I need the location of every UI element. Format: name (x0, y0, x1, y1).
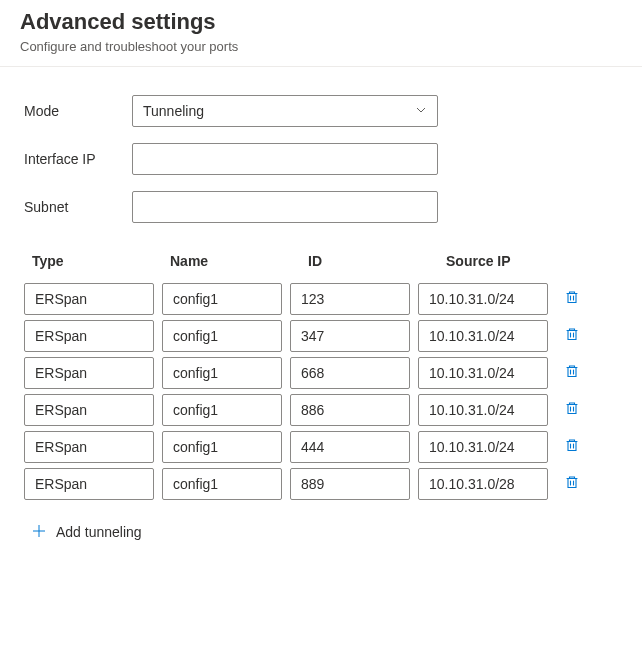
row-name-input[interactable] (162, 357, 282, 389)
subnet-row: Subnet (24, 191, 618, 223)
trash-icon (564, 400, 580, 419)
row-id-input[interactable] (290, 283, 410, 315)
row-type-input[interactable] (24, 394, 154, 426)
row-id-input[interactable] (290, 431, 410, 463)
add-tunneling-label: Add tunneling (56, 524, 142, 540)
mode-row: Mode Tunneling (24, 95, 618, 127)
trash-icon (564, 363, 580, 382)
row-source-input[interactable] (418, 357, 548, 389)
interface-ip-row: Interface IP (24, 143, 618, 175)
mode-dropdown[interactable]: Tunneling (132, 95, 438, 127)
row-name-input[interactable] (162, 468, 282, 500)
page-title: Advanced settings (20, 8, 622, 37)
page-subtitle: Configure and troubleshoot your ports (20, 39, 622, 54)
trash-icon (564, 326, 580, 345)
table-row (24, 431, 618, 463)
table-row (24, 283, 618, 315)
interface-ip-input[interactable] (132, 143, 438, 175)
row-name-input[interactable] (162, 320, 282, 352)
table-header-row: Type Name ID Source IP (24, 253, 618, 279)
mode-label: Mode (24, 103, 132, 119)
mode-value: Tunneling (143, 103, 204, 119)
header-name: Name (162, 253, 300, 269)
delete-row-button[interactable] (556, 468, 588, 500)
row-name-input[interactable] (162, 394, 282, 426)
row-name-input[interactable] (162, 431, 282, 463)
table-row (24, 468, 618, 500)
content-area: Mode Tunneling Interface IP Subnet Type … (0, 67, 642, 561)
trash-icon (564, 474, 580, 493)
row-source-input[interactable] (418, 394, 548, 426)
row-source-input[interactable] (418, 468, 548, 500)
header-source: Source IP (438, 253, 576, 269)
delete-row-button[interactable] (556, 431, 588, 463)
row-id-input[interactable] (290, 394, 410, 426)
trash-icon (564, 437, 580, 456)
delete-row-button[interactable] (556, 394, 588, 426)
plus-icon (32, 524, 46, 541)
row-source-input[interactable] (418, 320, 548, 352)
row-name-input[interactable] (162, 283, 282, 315)
row-type-input[interactable] (24, 431, 154, 463)
row-type-input[interactable] (24, 283, 154, 315)
delete-row-button[interactable] (556, 357, 588, 389)
table-row (24, 320, 618, 352)
row-id-input[interactable] (290, 468, 410, 500)
header-type: Type (24, 253, 162, 269)
row-source-input[interactable] (418, 431, 548, 463)
row-source-input[interactable] (418, 283, 548, 315)
row-type-input[interactable] (24, 468, 154, 500)
row-type-input[interactable] (24, 357, 154, 389)
subnet-label: Subnet (24, 199, 132, 215)
row-id-input[interactable] (290, 357, 410, 389)
page-header: Advanced settings Configure and troubles… (0, 0, 642, 67)
tunneling-table: Type Name ID Source IP (24, 253, 618, 500)
add-tunneling-button[interactable]: Add tunneling (24, 524, 618, 541)
table-row (24, 394, 618, 426)
subnet-input[interactable] (132, 191, 438, 223)
delete-row-button[interactable] (556, 283, 588, 315)
chevron-down-icon (415, 103, 427, 119)
row-id-input[interactable] (290, 320, 410, 352)
delete-row-button[interactable] (556, 320, 588, 352)
header-id: ID (300, 253, 438, 269)
table-row (24, 357, 618, 389)
trash-icon (564, 289, 580, 308)
interface-ip-label: Interface IP (24, 151, 132, 167)
table-body (24, 283, 618, 500)
row-type-input[interactable] (24, 320, 154, 352)
